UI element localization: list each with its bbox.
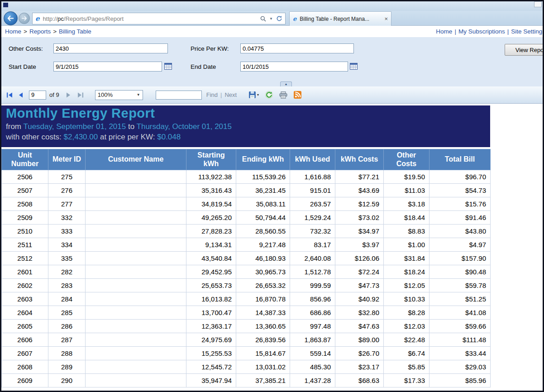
export-button[interactable]: ▾ — [248, 91, 259, 99]
breadcrumb: Home>Reports>Billing Table — [5, 28, 91, 35]
breadcrumb-separator: > — [24, 28, 27, 35]
back-button[interactable] — [4, 11, 18, 25]
table-row: 2506275113,922.38115,539.261,616.88$77.2… — [2, 170, 491, 184]
table-cell: 915.01 — [290, 184, 335, 197]
price-per-kw-input[interactable] — [240, 43, 354, 53]
start-date-calendar-button[interactable] — [164, 62, 172, 71]
table-cell: 24,975.69 — [186, 333, 236, 347]
table-cell: 13,031.02 — [236, 360, 290, 374]
table-cell: 12,363.17 — [186, 320, 236, 333]
previous-page-button[interactable] — [18, 92, 24, 98]
find-next-separator: | — [220, 91, 222, 98]
table-cell: 485.30 — [290, 360, 335, 374]
table-cell: $77.21 — [335, 170, 384, 184]
print-button[interactable] — [279, 91, 287, 99]
find-next-button[interactable]: Next — [224, 91, 237, 98]
link-my-subscriptions[interactable]: My Subscriptions — [458, 28, 505, 35]
view-report-button[interactable]: View Report — [505, 44, 544, 56]
table-cell: 332 — [48, 211, 86, 225]
table-cell: 13,700.47 — [186, 306, 236, 320]
table-cell: $72.24 — [335, 265, 384, 279]
end-date-input[interactable] — [240, 62, 348, 72]
breadcrumb-reports[interactable]: Reports — [29, 28, 51, 35]
table-cell: $43.69 — [335, 184, 384, 197]
table-cell: 285 — [48, 306, 86, 320]
table-cell: 2607 — [2, 347, 48, 360]
table-cell: $11.03 — [384, 184, 429, 197]
breadcrumb-home[interactable]: Home — [5, 28, 21, 35]
table-cell — [86, 225, 186, 238]
next-page-button[interactable] — [66, 92, 72, 98]
printer-icon — [279, 91, 287, 99]
back-arrow-icon — [7, 15, 14, 21]
window-controls[interactable] — [534, 1, 542, 7]
table-cell: 1,512.78 — [290, 265, 335, 279]
address-bar-icons: ▼ — [260, 15, 282, 22]
calendar-icon — [350, 62, 358, 70]
export-data-feed-button[interactable] — [294, 91, 301, 99]
table-cell: 83.17 — [290, 238, 335, 252]
table-cell: 263.57 — [290, 197, 335, 211]
table-cell: $1.00 — [384, 238, 429, 252]
table-cell: 2508 — [2, 197, 48, 211]
breadcrumb-current[interactable]: Billing Table — [59, 28, 91, 35]
table-cell — [86, 320, 186, 333]
table-cell: 35,947.94 — [186, 374, 236, 387]
report-date-range: from Tuesday, September 01, 2015 to Thur… — [6, 122, 486, 131]
zoom-select[interactable]: 100% ▼ — [95, 90, 143, 100]
other-costs-label: Other Costs: — [9, 45, 43, 52]
site-links-separator: | — [507, 28, 509, 35]
refresh-report-icon — [265, 91, 273, 99]
find-input[interactable] — [156, 91, 202, 100]
search-icon[interactable] — [260, 16, 266, 22]
table-cell: 1,616.88 — [290, 170, 335, 184]
table-cell — [86, 211, 186, 225]
other-costs-text: $2,430.00 — [64, 133, 98, 141]
table-cell: 2609 — [2, 374, 48, 387]
table-cell: 334 — [48, 238, 86, 252]
table-cell: $90.48 — [429, 265, 491, 279]
table-cell: $47.63 — [335, 320, 384, 333]
column-header: Meter ID — [48, 149, 86, 170]
column-header: Unit Number — [2, 149, 48, 170]
report-header: Monthly Energy Report from Tuesday, Sept… — [1, 105, 490, 147]
table-cell — [86, 347, 186, 360]
site-links: Home|My Subscriptions|Site Settings — [436, 28, 544, 35]
forward-button[interactable] — [19, 13, 30, 24]
table-row: 25113349,134.319,217.4883.17$3.97$1.00$4… — [2, 238, 491, 252]
table-cell: 13,360.65 — [236, 320, 290, 333]
table-cell: $96.70 — [429, 170, 491, 184]
address-bar[interactable]: e http://pc/Reports/Pages/Report ▼ — [32, 13, 286, 24]
table-cell: 335 — [48, 252, 86, 265]
table-cell: 2510 — [2, 225, 48, 238]
link-site-settings[interactable]: Site Settings — [511, 28, 544, 35]
refresh-report-button[interactable] — [265, 91, 273, 99]
address-dropdown-caret[interactable]: ▼ — [269, 17, 273, 21]
start-date-input[interactable] — [53, 62, 162, 72]
table-cell: $40.92 — [335, 292, 384, 306]
table-row: 250727635,316.4336,231.45915.01$43.69$11… — [2, 184, 491, 197]
parameters-collapse-handle[interactable]: ▲ — [280, 81, 292, 86]
table-row: 260328416,013.8216,870.78856.96$40.92$10… — [2, 292, 491, 306]
ie-page-icon: e — [35, 14, 40, 23]
page-number-input[interactable] — [29, 91, 46, 100]
other-costs-input[interactable] — [53, 43, 168, 53]
table-cell: 113,922.38 — [186, 170, 236, 184]
table-cell: 35,316.43 — [186, 184, 236, 197]
last-page-button[interactable] — [77, 92, 84, 98]
end-date-calendar-button[interactable] — [349, 62, 358, 71]
table-cell: 286 — [48, 320, 86, 333]
report-viewport: Monthly Energy Report from Tuesday, Sept… — [1, 104, 543, 391]
refresh-icon[interactable] — [276, 15, 282, 22]
table-row: 251033327,828.2328,560.55732.32$34.97$8.… — [2, 225, 491, 238]
link-home[interactable]: Home — [436, 28, 452, 35]
first-page-button[interactable] — [6, 92, 13, 98]
find-button[interactable]: Find — [206, 91, 218, 98]
table-cell — [86, 306, 186, 320]
start-date-text: Tuesday, September 01, 2015 — [23, 122, 126, 131]
browser-tab[interactable]: e Billing Table - Report Mana... × — [289, 11, 391, 26]
tab-close-button[interactable]: × — [384, 16, 388, 22]
table-cell: $68.63 — [335, 374, 384, 387]
table-cell: 686.86 — [290, 306, 335, 320]
table-cell: $4.97 — [429, 238, 491, 252]
